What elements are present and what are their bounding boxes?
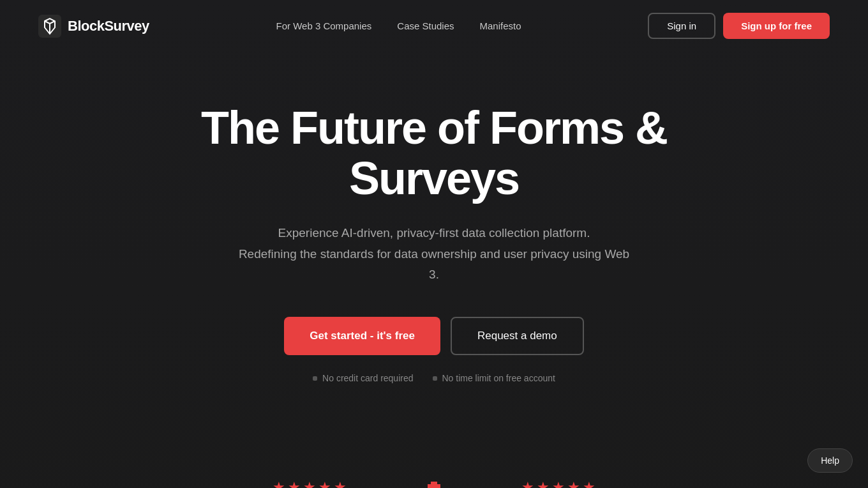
hero-title: The Future of Forms & Surveys (147, 103, 721, 204)
capterra-stars: ★ ★ ★ ★ ★ (521, 479, 595, 488)
note-text-1: No credit card required (322, 373, 413, 383)
hero-notes: No credit card required No time limit on… (313, 373, 555, 383)
signin-button[interactable]: Sign in (648, 13, 715, 39)
logo-text: BlockSurvey (68, 18, 149, 34)
cta-secondary-button[interactable]: Request a demo (451, 317, 584, 355)
cta-primary-button[interactable]: Get started - it's free (284, 317, 440, 355)
signup-button[interactable]: Sign up for free (723, 13, 830, 39)
nav-actions: Sign in Sign up for free (648, 13, 830, 39)
hero-buttons: Get started - it's free Request a demo (284, 317, 583, 355)
note-no-time-limit: No time limit on free account (433, 373, 555, 383)
hero-subtitle-line2: Redefining the standards for data owners… (239, 247, 629, 281)
nav-links: For Web 3 Companies Case Studies Manifes… (276, 20, 521, 31)
note-dot-1 (313, 376, 317, 381)
trophy-icon (423, 479, 445, 488)
help-button[interactable]: Help (807, 448, 853, 473)
logo-icon (38, 15, 61, 38)
note-text-2: No time limit on free account (442, 373, 555, 383)
note-no-credit-card: No credit card required (313, 373, 413, 383)
rating-capterra: ★ ★ ★ ★ ★ CAPTERRA 4.9 Star Rating (521, 479, 595, 488)
page-wrapper: BlockSurvey For Web 3 Companies Case Stu… (0, 0, 868, 488)
ratings-section: ★ ★ ★ ★ ★ G2 CROWD 4.8 Star Rating DAPP. (0, 466, 868, 488)
navbar: BlockSurvey For Web 3 Companies Case Stu… (0, 0, 868, 52)
nav-link-manifesto[interactable]: Manifesto (480, 20, 521, 31)
hero-subtitle: Experience AI-driven, privacy-first data… (236, 223, 632, 285)
logo-area: BlockSurvey (38, 15, 149, 38)
rating-g2: ★ ★ ★ ★ ★ G2 CROWD 4.8 Star Rating (273, 479, 347, 488)
nav-link-web3[interactable]: For Web 3 Companies (276, 20, 372, 31)
hero-subtitle-line1: Experience AI-driven, privacy-first data… (278, 226, 590, 240)
g2-stars: ★ ★ ★ ★ ★ (273, 479, 347, 488)
note-dot-2 (433, 376, 437, 381)
hero-section: The Future of Forms & Surveys Experience… (0, 52, 868, 466)
rating-dappcom: DAPP.COM Editor's choice (398, 479, 470, 488)
nav-link-case-studies[interactable]: Case Studies (397, 20, 454, 31)
